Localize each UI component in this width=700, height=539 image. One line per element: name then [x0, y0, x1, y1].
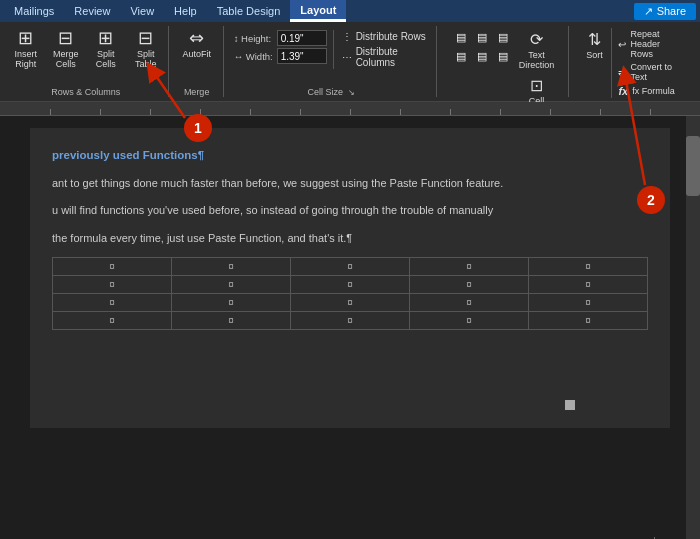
ruler-mark [450, 109, 451, 115]
repeat-header-icon: ↩ [618, 39, 626, 50]
cell-size-expand-icon[interactable]: ↘ [348, 88, 355, 97]
table-cell: ¤ [529, 294, 648, 312]
table-cell: ¤ [291, 258, 410, 276]
split-table-icon: ⊟ [138, 29, 153, 47]
ruler-mark [650, 109, 651, 115]
split-cells-button[interactable]: ⊞ Split Cells [87, 26, 125, 72]
table-cell: ¤ [529, 276, 648, 294]
ruler-mark [500, 109, 501, 115]
ruler-mark [50, 109, 51, 115]
convert-text-icon: ⇌ [618, 67, 626, 78]
sort-icon: ⇅ [588, 30, 601, 49]
ruler-mark [550, 109, 551, 115]
autofit-button[interactable]: ⇔ AutoFit [177, 26, 216, 62]
text-direction-icon: ⟳ [530, 30, 543, 49]
table-row: ¤ ¤ ¤ ¤ ¤ [53, 276, 648, 294]
cell-size-label: Cell Size ↘ [308, 85, 355, 97]
align-top-left[interactable]: ▤ [451, 28, 471, 46]
tab-review[interactable]: Review [64, 0, 120, 22]
ruler-mark [200, 109, 201, 115]
table-cell: ¤ [410, 294, 529, 312]
ruler-mark [100, 109, 101, 115]
align-middle-right[interactable]: ▤ [493, 47, 513, 65]
tab-table-design[interactable]: Table Design [207, 0, 291, 22]
distribute-buttons: ⋮ Distribute Rows ⋯ Distribute Columns [333, 30, 429, 69]
distribute-cols-button[interactable]: ⋯ Distribute Columns [340, 45, 429, 69]
group-rows-columns: ⊞ Insert Right ⊟ Merge Cells ⊞ Split Cel… [4, 26, 169, 97]
table-cell: ¤ [529, 312, 648, 330]
ruler-mark [300, 109, 301, 115]
ruler-mark [600, 109, 601, 115]
split-table-button[interactable]: ⊟ Split Table [127, 26, 165, 72]
insert-right-icon: ⊞ [18, 29, 33, 47]
ribbon-body: ⊞ Insert Right ⊟ Merge Cells ⊞ Split Cel… [0, 22, 700, 102]
table-row: ¤ ¤ ¤ ¤ ¤ [53, 294, 648, 312]
height-input[interactable] [277, 30, 327, 46]
insert-right-button[interactable]: ⊞ Insert Right [7, 26, 45, 72]
distribute-rows-button[interactable]: ⋮ Distribute Rows [340, 30, 429, 43]
convert-text-button[interactable]: ⇌ Convert to Text [616, 61, 686, 83]
text-direction-button[interactable]: ⟳ Text Direction [516, 28, 558, 72]
ruler [0, 102, 700, 116]
tab-layout[interactable]: Layout [290, 0, 346, 22]
align-top-right[interactable]: ▤ [493, 28, 513, 46]
merge-label: Merge [184, 85, 210, 97]
height-row: ↕ Height: document.querySelector('[data-… [234, 30, 327, 46]
distribute-cols-icon: ⋯ [342, 52, 352, 63]
width-row: ↔ Width: document.querySelector('[data-n… [234, 48, 327, 64]
table-resize-handle[interactable] [565, 400, 575, 410]
tab-view[interactable]: View [120, 0, 164, 22]
resize-height-icon: ↕ [234, 33, 239, 44]
table-row: ¤ ¤ ¤ ¤ ¤ [53, 258, 648, 276]
repeat-header-button[interactable]: ↩ Repeat Header Rows [616, 28, 686, 60]
rows-buttons: ⊞ Insert Right ⊟ Merge Cells ⊞ Split Cel… [7, 26, 165, 85]
ruler-mark [400, 109, 401, 115]
width-input[interactable] [277, 48, 327, 64]
autofit-icon: ⇔ [189, 29, 204, 47]
document-table: ¤ ¤ ¤ ¤ ¤ ¤ ¤ ¤ ¤ ¤ ¤ ¤ ¤ ¤ ¤ ¤ [52, 257, 648, 330]
align-top-center[interactable]: ▤ [472, 28, 492, 46]
ruler-mark [150, 109, 151, 115]
table-cell: ¤ [172, 258, 291, 276]
sort-button[interactable]: ⇅ Sort [579, 28, 609, 98]
height-label: ↕ Height: [234, 33, 274, 44]
table-cell: ¤ [53, 258, 172, 276]
tab-help[interactable]: Help [164, 0, 207, 22]
group-data: ⇅ Sort ↩ Repeat Header Rows ⇌ Convert to… [571, 26, 694, 97]
scrollbar-thumb[interactable] [686, 136, 700, 196]
table-cell: ¤ [291, 294, 410, 312]
tab-mailings[interactable]: Mailings [4, 0, 64, 22]
ruler-mark [350, 109, 351, 115]
scrollbar[interactable] [686, 116, 700, 539]
align-middle-center[interactable]: ▤ [472, 47, 492, 65]
merge-cells-icon: ⊟ [58, 29, 73, 47]
table-row: ¤ ¤ ¤ ¤ ¤ [53, 312, 648, 330]
table-cell: ¤ [172, 312, 291, 330]
distribute-rows-icon: ⋮ [342, 31, 352, 42]
merge-buttons: ⇔ AutoFit [177, 26, 216, 85]
merge-cells-button[interactable]: ⊟ Merge Cells [47, 26, 85, 72]
cell-size-inputs: ↕ Height: document.querySelector('[data-… [234, 30, 327, 64]
group-cell-size: ↕ Height: document.querySelector('[data-… [226, 26, 438, 97]
document-area: previously used Functions¶ ant to get th… [0, 116, 700, 539]
resize-width-icon: ↔ [234, 51, 244, 62]
table-cell: ¤ [529, 258, 648, 276]
table-cell: ¤ [291, 312, 410, 330]
document-content: previously used Functions¶ ant to get th… [30, 128, 670, 428]
table-cell: ¤ [53, 276, 172, 294]
rows-columns-label: Rows & Columns [51, 85, 120, 97]
table-cell: ¤ [291, 276, 410, 294]
align-middle-left[interactable]: ▤ [451, 47, 471, 65]
table-cell: ¤ [410, 276, 529, 294]
split-cells-icon: ⊞ [98, 29, 113, 47]
table-cell: ¤ [410, 312, 529, 330]
ruler-mark [250, 109, 251, 115]
doc-para3: the formula every time, just use Paste F… [52, 230, 648, 248]
share-button[interactable]: ↗ Share [634, 3, 696, 20]
formula-button[interactable]: fx fx Formula [616, 84, 686, 98]
width-label: ↔ Width: [234, 51, 274, 62]
table-cell: ¤ [172, 294, 291, 312]
cell-margins-icon: ⊡ [530, 76, 543, 95]
group-alignment: ▤ ▤ ▤ ▤ ▤ ▤ ⟳ Text Direction ⊡ Cell Marg… [439, 26, 569, 97]
formula-icon: fx [618, 85, 628, 97]
